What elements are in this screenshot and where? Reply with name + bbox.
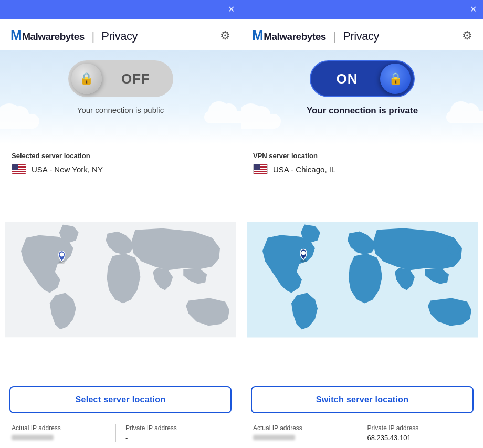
footer-left: Actual IP address Private IP address - bbox=[0, 420, 241, 448]
map-area-right bbox=[247, 181, 478, 379]
private-ip-col-left: Private IP address - bbox=[116, 424, 229, 442]
toggle-knob-left: 🔒 bbox=[71, 64, 102, 94]
toggle-label-right: ON bbox=[314, 71, 380, 87]
button-area-right: Switch server location bbox=[242, 381, 483, 420]
connection-status-right: Your connection is private bbox=[307, 106, 418, 116]
map-pin-right bbox=[300, 249, 307, 263]
server-label-left: Selected server location bbox=[12, 152, 229, 160]
app-header-left: MMalwarebytes | Privacy ⚙ bbox=[0, 19, 241, 50]
logo-text-right: MMalwarebytes | Privacy bbox=[252, 27, 379, 44]
hero-area-right: ON 🔒 Your connection is private bbox=[242, 50, 483, 144]
app-header-right: MMalwarebytes | Privacy ⚙ bbox=[242, 19, 483, 50]
actual-ip-value-left bbox=[12, 434, 116, 442]
logo-text-left: MMalwarebytes | Privacy bbox=[10, 27, 138, 44]
close-button-left[interactable]: ✕ bbox=[228, 5, 235, 14]
logo-left: MMalwarebytes | Privacy bbox=[10, 27, 138, 44]
vpn-toggle-right[interactable]: ON 🔒 bbox=[310, 60, 415, 97]
private-ip-col-right: Private IP address 68.235.43.101 bbox=[358, 424, 472, 442]
flag-usa-right bbox=[253, 164, 268, 174]
switch-server-button[interactable]: Switch server location bbox=[251, 386, 474, 413]
actual-ip-col-right: Actual IP address bbox=[253, 424, 358, 442]
titlebar-right: ✕ bbox=[242, 0, 483, 19]
map-area-left bbox=[5, 181, 236, 379]
map-pin-left bbox=[59, 251, 65, 264]
cloud-decoration-right-r bbox=[446, 111, 483, 123]
actual-ip-col-left: Actual IP address bbox=[12, 424, 116, 442]
connection-status-left: Your connection is public bbox=[77, 106, 164, 114]
lock-icon-right: 🔒 bbox=[388, 72, 403, 86]
cloud-decoration-left bbox=[0, 114, 39, 129]
button-area-left: Select server location bbox=[0, 381, 241, 420]
private-ip-value-left: - bbox=[125, 434, 229, 442]
server-name-right: USA - Chicago, IL bbox=[273, 165, 335, 174]
select-server-button[interactable]: Select server location bbox=[9, 386, 232, 413]
titlebar-left: ✕ bbox=[0, 0, 241, 19]
right-panel: ✕ MMalwarebytes | Privacy ⚙ ON 🔒 Your co… bbox=[242, 0, 483, 448]
private-ip-label-left: Private IP address bbox=[125, 424, 229, 432]
cloud-decoration-left-r bbox=[242, 114, 281, 129]
left-panel: ✕ MMalwarebytes | Privacy ⚙ 🔒 OFF Your c… bbox=[0, 0, 242, 448]
settings-icon-left[interactable]: ⚙ bbox=[220, 29, 230, 43]
vpn-toggle-left[interactable]: 🔒 OFF bbox=[68, 60, 173, 97]
server-section-right: VPN server location USA - Chicago, IL bbox=[242, 144, 483, 179]
server-label-right: VPN server location bbox=[253, 152, 471, 160]
footer-right: Actual IP address Private IP address 68.… bbox=[242, 420, 483, 448]
logo-right: MMalwarebytes | Privacy bbox=[252, 27, 379, 44]
actual-ip-label-right: Actual IP address bbox=[253, 424, 358, 432]
hero-area-left: 🔒 OFF Your connection is public bbox=[0, 50, 241, 144]
server-location-right: USA - Chicago, IL bbox=[253, 164, 471, 174]
toggle-label-left: OFF bbox=[102, 71, 170, 87]
close-button-right[interactable]: ✕ bbox=[470, 5, 477, 14]
server-section-left: Selected server location USA - New York,… bbox=[0, 144, 241, 179]
flag-usa-left bbox=[12, 164, 26, 174]
actual-ip-label-left: Actual IP address bbox=[12, 424, 116, 432]
lock-icon-left: 🔒 bbox=[79, 72, 93, 86]
settings-icon-right[interactable]: ⚙ bbox=[462, 29, 472, 43]
private-ip-value-right: 68.235.43.101 bbox=[368, 434, 472, 442]
svg-point-5 bbox=[301, 251, 306, 255]
server-name-left: USA - New York, NY bbox=[32, 165, 103, 174]
world-map-right bbox=[247, 181, 478, 379]
world-map-left bbox=[5, 181, 236, 379]
toggle-knob-right: 🔒 bbox=[380, 64, 411, 94]
server-location-left: USA - New York, NY bbox=[12, 164, 229, 174]
actual-ip-value-right bbox=[253, 434, 358, 442]
cloud-decoration-right bbox=[204, 111, 242, 123]
svg-point-2 bbox=[60, 253, 64, 257]
private-ip-label-right: Private IP address bbox=[368, 424, 472, 432]
